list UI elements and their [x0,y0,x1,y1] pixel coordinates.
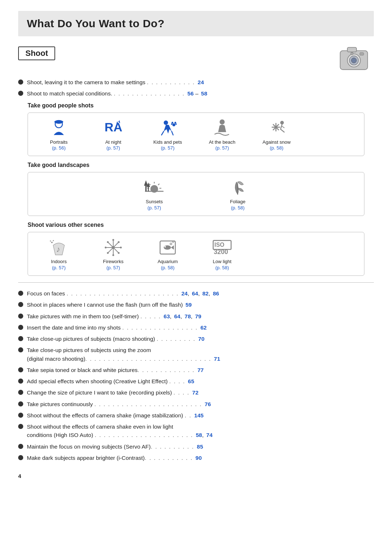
dot-no-flash [18,302,23,307]
svg-marker-28 [144,180,148,186]
aquarium-label: Aquarium [158,259,178,265]
snow-page: (p. 58) [270,145,283,151]
dot-continuous [18,401,23,406]
svg-line-23 [158,184,160,185]
people-section: Take good people shots Portraits (p. 56) [18,102,374,156]
svg-point-17 [220,119,225,124]
icon-sunsets: Sunsets (p. 57) [127,177,181,210]
portraits-page: (p. 56) [52,145,66,151]
svg-rect-29 [148,187,149,192]
svg-point-34 [50,240,51,241]
icon-kids-pets: Kids and pets (p. 57) [140,118,195,151]
icon-fireworks: Fireworks (p. 57) [86,237,140,270]
icon-indoors: ♪ Indoors (p. 57) [32,237,86,270]
svg-rect-9 [54,121,63,122]
bullet-date-time: Insert the date and time into my shots .… [18,323,374,332]
page-header: What Do You Want to Do? [18,11,374,36]
bullet-i-contrast: Make dark subjects appear brighter (i-Co… [18,454,374,462]
sunsets-label: Sunsets [146,199,163,205]
bullet-macro: Take close-up pictures of subjects (macr… [18,335,374,343]
bullet-dot-2 [18,91,23,96]
page-ref-2a: 56 [187,90,193,97]
svg-point-14 [175,122,176,124]
snow-label: Against snow [262,139,290,146]
low-light-label: Low light [213,259,231,265]
kids-pets-page: (p. 57) [161,145,175,151]
dot-digital-macro [18,347,23,352]
foliage-label: Foliage [230,199,246,205]
svg-point-47 [105,246,107,248]
dot-date-time [18,325,23,330]
svg-point-50 [118,252,120,254]
kids-pets-label: Kids and pets [154,139,182,146]
icon-at-night: RA At night (p. 57) [86,118,140,151]
bullet-text-1: Shoot, leaving it to the camera to make … [27,79,146,85]
low-light-icon: ISO 3200 [211,238,233,257]
landscapes-section: Take good landscapes [18,162,374,216]
indoors-page: (p. 57) [52,265,66,270]
svg-point-19 [280,121,284,124]
people-icon-grid: Portraits (p. 56) RA At night (p. 57) [28,113,364,156]
icon-foliage: Foliage (p. 58) [211,177,265,210]
sunsets-page: (p. 57) [147,205,161,210]
bullet-item-1: Shoot, leaving it to the camera to make … [18,78,374,86]
dots-2: . . . . . . . . . . . . . . . . [114,90,185,97]
page-title: What Do You Want to Do? [27,17,365,30]
top-bullet-list: Shoot, leaving it to the camera to make … [18,78,374,98]
bullet-no-flash: Shoot in places where I cannot use the f… [18,300,374,309]
fireworks-label: Fireworks [103,259,123,265]
bullet-high-iso: Shoot without the effects of camera shak… [18,422,374,439]
dot-creative-light [18,379,23,384]
page-ref-1: 24 [198,79,204,85]
svg-line-43 [113,242,118,248]
bottom-bullet-list: Focus on faces . . . . . . . . . . . . .… [18,289,374,462]
svg-point-57 [172,241,174,242]
sunsets-icon [143,177,165,197]
svg-line-24 [149,184,151,185]
dot-focus-faces [18,291,23,296]
aquarium-page: (p. 58) [161,265,175,270]
foliage-icon [227,177,249,197]
page-number: 4 [18,473,374,479]
svg-text:3200: 3200 [214,248,228,255]
portraits-label: Portraits [50,139,68,146]
bullet-focus-faces: Focus on faces . . . . . . . . . . . . .… [18,289,374,298]
bullet-recording-pixels: Change the size of picture I want to tak… [18,388,374,397]
svg-point-51 [118,241,120,243]
page-ref-2b: 58 [201,90,207,97]
dots-1: . . . . . . . . . . . [147,79,195,85]
dot-macro [18,336,23,341]
people-section-title: Take good people shots [28,102,374,109]
beach-icon [212,118,233,137]
svg-point-45 [113,239,114,241]
bullet-text-2: Shoot to match special conditions. [27,90,112,97]
dot-i-contrast [18,455,23,460]
snow-icon: ✳ [266,118,287,137]
bullet-servo-af: Maintain the focus on moving subjects (S… [18,442,374,451]
shoot-badge: Shoot [18,46,55,60]
svg-point-55 [164,246,166,248]
at-night-label: At night [105,139,121,146]
svg-point-48 [120,246,122,248]
scenes-section: Shoot various other scenes ♪ Indoors (p.… [18,222,374,276]
bullet-sepia: Take sepia toned or black and white pict… [18,366,374,374]
kids-pets-icon [157,118,178,137]
portraits-icon [48,118,69,137]
camera-icon [338,43,370,73]
svg-point-4 [351,58,356,63]
scenes-section-title: Shoot various other scenes [28,222,374,228]
svg-point-16 [175,123,177,125]
landscapes-section-title: Take good landscapes [28,162,374,168]
aquarium-icon [157,238,178,257]
svg-point-54 [164,245,171,250]
svg-point-49 [107,241,109,243]
bullet-dot-1 [18,79,23,85]
dot-stabilization [18,413,23,418]
bullet-stabilization: Shoot without the effects of camera shak… [18,411,374,420]
svg-rect-1 [347,48,356,52]
svg-text:♪: ♪ [56,245,60,254]
svg-line-41 [108,242,113,248]
dot-sepia [18,367,23,372]
svg-point-15 [171,123,172,125]
dot-recording-pixels [18,390,23,395]
